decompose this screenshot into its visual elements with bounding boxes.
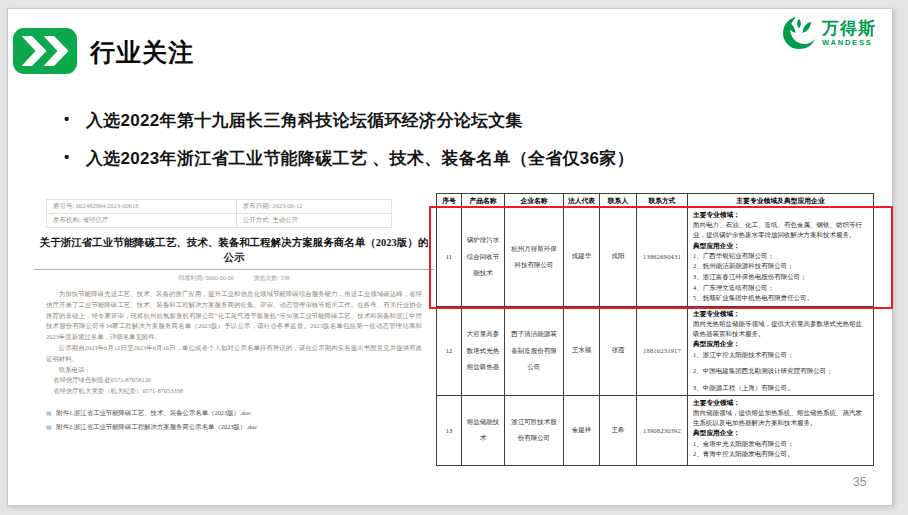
clients-label: 典型应用企业： (693, 241, 868, 251)
doc-print-info: 印发时间: 0000-00-00 (179, 275, 234, 281)
bullet-item: • 入选2022年第十九届长三角科技论坛循环经济分论坛文集 (64, 109, 724, 132)
table-row: 11 锅炉排污水综合回收节能技术 杭州万得斯环保科技有限公司 戎建华 戎阳 13… (437, 208, 874, 307)
doc-meta-agency: 发布机构: 省经信厅 (47, 214, 237, 228)
domain-text: 面向光热熔盐储能等领域，提供大容量高参数塔式光热熔盐吸热器装置和技术服务。 (693, 319, 868, 339)
cell-contact: 王希 (600, 395, 637, 465)
client-line: 2、抚州能洁新能源科技有限公司； (693, 261, 868, 271)
attachment-text: 附件2.浙江省工业节能降碳工程解决方案服务商公示名单（2023版）.doc (56, 423, 257, 430)
doc-meta-index: 索引号: 002482904/2023-00618 (47, 200, 237, 214)
cell-product: 大容量高参数塔式光热熔盐吸热器 (462, 306, 505, 395)
client-line: 2、中国电建集团西北勘测设计研究院有限公司； (693, 366, 868, 376)
clients-list: 1、广西华银铝业有限公司；2、抚州能洁新能源科技有限公司；3、浙江富春江环保热电… (693, 251, 868, 303)
bullet-item: • 入选2023年浙江省工业节能降碳工艺 、技术、装备名单（全省仅36家） (64, 147, 724, 170)
client-line: 4、广东理文造纸有限公司； (693, 283, 868, 293)
clients-list: 1、浙江中控太阳能技术有限公司；2、中国电建集团西北勘测设计研究院有限公司；3、… (693, 350, 868, 393)
cell-product: 熔盐储能技术 (462, 395, 505, 465)
wandess-leaf-icon (781, 16, 817, 50)
doc-paragraph: 公示期自2023年6月12日至2023年6月16日，单位或者个人如对公示名单持有… (46, 343, 422, 365)
cell-contact: 张霞 (600, 306, 637, 395)
page-number: 35 (853, 475, 866, 489)
cell-legal: 戎建华 (564, 208, 600, 307)
col-header-detail: 主要专业领域及典型应用企业 (688, 194, 874, 208)
domain-label: 主要专业领域： (693, 210, 868, 220)
brand-logo: 万得斯 WANDESS (781, 16, 876, 50)
col-header-seq: 序号 (437, 194, 462, 208)
slide-canvas: 行业关注 万得斯 WANDESS • 入选2022年第十九届长三角科技论坛循环经… (7, 8, 893, 506)
cell-phone: 18816231917 (637, 306, 688, 395)
brand-name-cn: 万得斯 (822, 20, 876, 38)
announcement-document: 索引号: 002482904/2023-00618 发布日期: 2023-06-… (32, 199, 436, 469)
table-row: 12 大容量高参数塔式光热熔盐吸热器 西子清洁能源装备制造股份有限公司 王水福 … (437, 306, 874, 395)
doc-meta-method: 公开方式: 主动公开 (236, 214, 391, 228)
chevron-right-icon (22, 36, 47, 66)
bullet-list: • 入选2022年第十九届长三角科技论坛循环经济分论坛文集 • 入选2023年浙… (64, 109, 724, 185)
doc-body: 为加快节能降碳先进工艺、技术、装备的推广应用，提升工业和信息化领域节能降碳综合服… (46, 289, 422, 433)
col-header-phone: 联系方式 (637, 194, 688, 208)
doc-paragraph: 为加快节能降碳先进工艺、技术、装备的推广应用，提升工业和信息化领域节能降碳综合服… (46, 289, 422, 343)
client-line: 5、抚顺矿业集团中机热电有限责任公司。 (693, 293, 868, 303)
cell-detail: 主要专业领域： 面向光热熔盐储能等领域，提供大容量高参数塔式光热熔盐吸热器装置和… (688, 306, 874, 395)
brand-name: 万得斯 WANDESS (822, 20, 876, 47)
cell-phone: 13862690431 (637, 208, 688, 307)
doc-meta-table: 索引号: 002482904/2023-00618 发布日期: 2023-06-… (46, 199, 392, 228)
brand-name-en: WANDESS (822, 38, 876, 47)
divider (34, 269, 434, 270)
cell-product: 锅炉排污水综合回收节能技术 (462, 208, 505, 307)
col-header-legal: 法人代表 (564, 194, 600, 208)
doc-paragraph: 省经信厅绿色制造处0571-87058126 (46, 375, 422, 386)
chevron-right-icon (44, 36, 69, 66)
doc-print-views: 印发时间: 0000-00-00 浏览次数: 538 (32, 274, 436, 283)
page-title: 行业关注 (90, 36, 194, 69)
bullet-dot-icon: • (64, 147, 86, 170)
cell-seq: 13 (437, 395, 462, 465)
client-line: 3、中能源工程（上海）有限公司。 (693, 383, 868, 393)
client-line: 2、青海中控太阳能发电有限公司。 (693, 449, 868, 459)
col-header-product: 产品名称 (462, 194, 505, 208)
doc-file-icon: ▤ (46, 410, 52, 416)
attachment-text: 附件1.浙江省工业节能降碳工艺、技术、装备公示名单（2023版）.doc (56, 409, 251, 416)
cell-detail: 主要专业领域： 面向储能领域，提供熔盐加热系统、熔盐储热系统、蒸汽发生系统以及电… (688, 395, 874, 465)
table-row: 13 熔盐储能技术 浙江可胜技术股份有限公司 金建祥 王希 1390823039… (437, 395, 874, 465)
clients-label: 典型应用企业： (693, 339, 868, 349)
attachment-link-2[interactable]: ▤ 附件2.浙江省工业节能降碳工程解决方案服务商公示名单（2023版）.doc (46, 421, 422, 433)
doc-file-icon: ▤ (46, 424, 52, 430)
attachment-link-1[interactable]: ▤ 附件1.浙江省工业节能降碳工艺、技术、装备公示名单（2023版）.doc (46, 407, 422, 419)
cell-company: 浙江可胜技术股份有限公司 (505, 395, 564, 465)
client-line: 3、浙江富春江环保热电股份有限公司； (693, 272, 868, 282)
bullet-text: 入选2022年第十九届长三角科技论坛循环经济分论坛文集 (86, 109, 523, 132)
cell-legal: 王水福 (564, 306, 600, 395)
col-header-contact: 联系人 (600, 194, 637, 208)
table-header-row: 序号 产品名称 企业名称 法人代表 联系人 联系方式 主要专业领域及典型应用企业 (437, 194, 874, 208)
cell-seq: 12 (437, 306, 462, 395)
cell-company: 杭州万得斯环保科技有限公司 (505, 208, 564, 307)
domain-text: 面向电力、石油、化工、造纸、有色金属、钢铁、纺织等行业，提供锅炉余热废水零排放回… (693, 220, 868, 240)
client-line: 1、广西华银铝业有限公司； (693, 251, 868, 261)
cell-seq: 11 (437, 208, 462, 307)
bullet-text: 入选2023年浙江省工业节能降碳工艺 、技术、装备名单（全省仅36家） (86, 147, 634, 170)
clients-label: 典型应用企业： (693, 428, 868, 438)
cell-legal: 金建祥 (564, 395, 600, 465)
company-table: 序号 产品名称 企业名称 法人代表 联系人 联系方式 主要专业领域及典型应用企业… (436, 193, 874, 466)
clients-list: 1、金塔中光太阳能发电有限公司；2、青海中控太阳能发电有限公司。 (693, 439, 868, 460)
doc-title: 关于浙江省工业节能降碳工艺、技术、装备和工程解决方案服务商名单（2023版）的公… (36, 235, 432, 265)
double-chevron-icon (13, 28, 77, 74)
domain-text: 面向储能领域，提供熔盐加热系统、熔盐储热系统、蒸汽发生系统以及电加热器解决方案和… (693, 408, 868, 428)
doc-paragraph: 省经信厅机关党委（机关纪委）0571-87053338 (46, 386, 422, 397)
cell-phone: 13908230392 (637, 395, 688, 465)
domain-label: 主要专业领域： (693, 309, 868, 319)
cell-detail: 主要专业领域： 面向电力、石油、化工、造纸、有色金属、钢铁、纺织等行业，提供锅炉… (688, 208, 874, 307)
doc-paragraph: 联系电话： (46, 365, 422, 376)
cell-contact: 戎阳 (600, 208, 637, 307)
cell-company: 西子清洁能源装备制造股份有限公司 (505, 306, 564, 395)
domain-label: 主要专业领域： (693, 398, 868, 408)
bullet-dot-icon: • (64, 109, 86, 132)
doc-meta-date: 发布日期: 2023-06-12 (236, 200, 391, 214)
client-line: 1、金塔中光太阳能发电有限公司； (693, 439, 868, 449)
client-line: 1、浙江中控太阳能技术有限公司； (693, 350, 868, 360)
doc-views-info: 浏览次数: 538 (253, 275, 289, 281)
col-header-company: 企业名称 (505, 194, 564, 208)
